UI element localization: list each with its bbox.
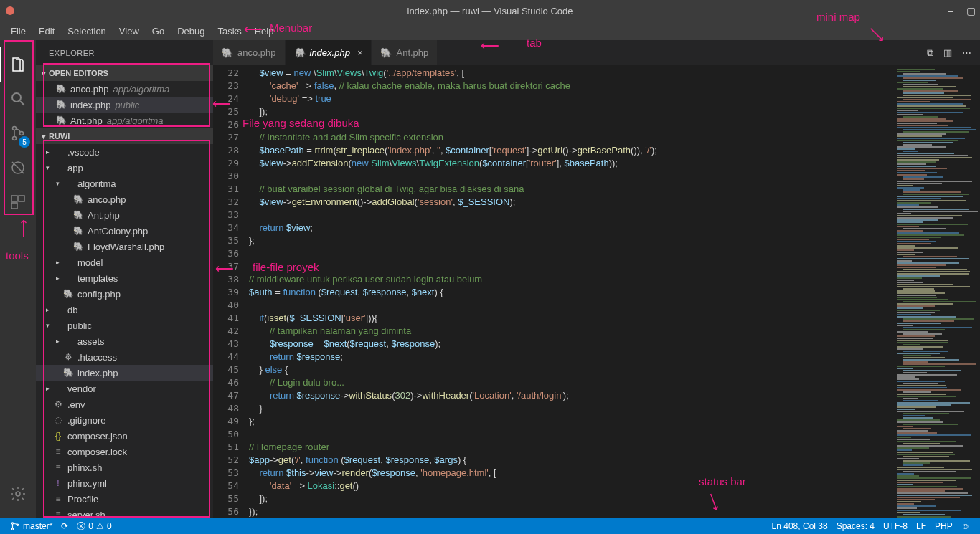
errors[interactable]: ⓧ 0 ⚠ 0 [72, 520, 116, 533]
tree-item[interactable]: ≡phinx.sh [36, 459, 213, 475]
gear-icon: ⚙ [52, 399, 65, 409]
chevron-right-icon: ▸ [53, 275, 62, 282]
menu-go[interactable]: Go [146, 26, 171, 37]
menu-tasks[interactable]: Tasks [211, 26, 248, 37]
open-editors-list: 🐘anco.phpapp/algoritma🐘index.phppublic🐘A… [36, 81, 213, 128]
tree-item[interactable]: ▾algoritma [36, 176, 213, 191]
chevron-right-icon: ▸ [43, 148, 52, 156]
php-icon: 🐘 [55, 100, 67, 110]
language-mode[interactable]: PHP [930, 521, 957, 531]
tree-item[interactable]: ▸model [36, 254, 213, 270]
svg-rect-8 [19, 196, 24, 201]
status-bar: master* ⟳ ⓧ 0 ⚠ 0 Ln 408, Col 38 Spaces:… [0, 518, 980, 534]
php-icon: 🐘 [294, 47, 306, 58]
tree-item[interactable]: ≡composer.lock [36, 444, 213, 459]
activity-bar: 5 [0, 40, 36, 518]
tree-item[interactable]: ▾public [36, 318, 213, 333]
sidebar-title: EXPLORER [36, 40, 213, 65]
tree-item[interactable]: ◌.gitignore [36, 412, 213, 428]
menu-file[interactable]: File [4, 26, 32, 37]
tree-item[interactable]: 🐘Ant.php [36, 207, 213, 223]
project-header[interactable]: ▾ RUWI [36, 128, 213, 144]
chevron-down-icon: ▾ [53, 180, 62, 187]
eol[interactable]: LF [912, 521, 930, 531]
menu-help[interactable]: Help [248, 26, 281, 37]
close-icon[interactable] [6, 6, 14, 15]
chevron-down-icon: ▾ [43, 322, 52, 329]
line-numbers: 22 23 24 25 26 27 28 29 30 31 32 33 34 3… [213, 65, 249, 518]
search-icon[interactable] [0, 82, 36, 116]
gear-icon: ⚙ [62, 352, 75, 362]
tree-item[interactable]: 🐘config.php [36, 286, 213, 302]
tree-item[interactable]: ≡server.sh [36, 507, 213, 518]
extensions-icon[interactable] [0, 185, 36, 219]
svg-rect-9 [11, 203, 17, 209]
chevron-right-icon: ▸ [53, 259, 62, 266]
chevron-right-icon: ▸ [43, 306, 52, 313]
php-icon: 🐘 [55, 84, 67, 94]
json-icon: {} [52, 431, 65, 441]
tab[interactable]: 🐘anco.php [213, 40, 286, 65]
debug-icon[interactable] [0, 151, 36, 185]
git-branch[interactable]: master* [6, 521, 57, 531]
minimap[interactable] [894, 65, 980, 518]
feedback-icon[interactable]: ☺ [957, 521, 974, 531]
tree-item[interactable]: ⚙.htaccess [36, 349, 213, 365]
tree-item[interactable]: !phinx.yml [36, 475, 213, 491]
tree-item[interactable]: 🐘AntColony.php [36, 223, 213, 239]
tree-item[interactable]: ▸vendor [36, 381, 213, 396]
window-title: index.php — ruwi — Visual Studio Code [407, 6, 573, 16]
more-icon[interactable]: ⋯ [962, 47, 971, 58]
file-icon: ≡ [52, 494, 65, 504]
scm-icon[interactable]: 5 [0, 116, 36, 151]
scm-badge: 5 [19, 136, 30, 148]
tree-item[interactable]: {}composer.json [36, 428, 213, 444]
tab[interactable]: 🐘Ant.php [372, 40, 438, 65]
tree-item[interactable]: ≡Procfile [36, 491, 213, 507]
layout-icon[interactable]: ▥ [943, 47, 952, 58]
php-icon: 🐘 [72, 226, 85, 236]
maximize-icon[interactable]: ▢ [966, 5, 976, 16]
yaml-icon: ! [52, 478, 65, 488]
minimize-icon[interactable]: – [948, 5, 953, 16]
explorer-icon[interactable] [0, 47, 36, 82]
open-editor-item[interactable]: 🐘index.phppublic [36, 97, 213, 113]
encoding[interactable]: UTF-8 [879, 521, 912, 531]
tree-item[interactable]: ⚙.env [36, 396, 213, 412]
tree-item[interactable]: ▾app [36, 160, 213, 176]
tree-item[interactable]: 🐘index.php [36, 365, 213, 381]
menu-edit[interactable]: Edit [32, 26, 61, 37]
tree-item[interactable]: 🐘anco.php [36, 191, 213, 207]
tree-item[interactable]: ▸.vscode [36, 144, 213, 160]
tree-item[interactable]: ▸db [36, 302, 213, 318]
menu-debug[interactable]: Debug [171, 26, 211, 37]
svg-point-4 [20, 132, 24, 135]
project-tree: ▸.vscode▾app▾algoritma🐘anco.php🐘Ant.php🐘… [36, 144, 213, 518]
code-content[interactable]: $view = new \Slim\Views\Twig('../app/tem… [249, 65, 894, 518]
settings-icon[interactable] [0, 477, 36, 511]
file-icon: ≡ [52, 447, 65, 457]
menu-view[interactable]: View [113, 26, 146, 37]
line-col[interactable]: Ln 408, Col 38 [768, 521, 832, 531]
php-icon: 🐘 [62, 289, 75, 299]
svg-point-2 [13, 127, 17, 130]
spaces[interactable]: Spaces: 4 [832, 521, 879, 531]
svg-point-11 [11, 523, 13, 524]
tree-item[interactable]: ▸templates [36, 270, 213, 286]
tab[interactable]: 🐘index.php× [286, 40, 372, 65]
chevron-right-icon: ▸ [43, 385, 52, 392]
window-controls: – ▢ [948, 5, 976, 16]
open-editors-header[interactable]: ▾ OPEN EDITORS [36, 65, 213, 81]
git-icon: ◌ [52, 415, 65, 425]
open-editor-item[interactable]: 🐘Ant.phpapp/algoritma [36, 113, 213, 128]
sync-icon[interactable]: ⟳ [57, 521, 72, 531]
svg-point-3 [13, 137, 17, 140]
open-editor-item[interactable]: 🐘anco.phpapp/algoritma [36, 81, 213, 97]
php-icon: 🐘 [55, 115, 67, 125]
tree-item[interactable]: 🐘FloydWarshall.php [36, 239, 213, 254]
split-icon[interactable]: ⧉ [927, 47, 933, 59]
tab-actions: ⧉▥⋯ [918, 40, 980, 65]
menu-selection[interactable]: Selection [61, 26, 112, 37]
tree-item[interactable]: ▸assets [36, 333, 213, 349]
close-icon[interactable]: × [357, 47, 363, 58]
